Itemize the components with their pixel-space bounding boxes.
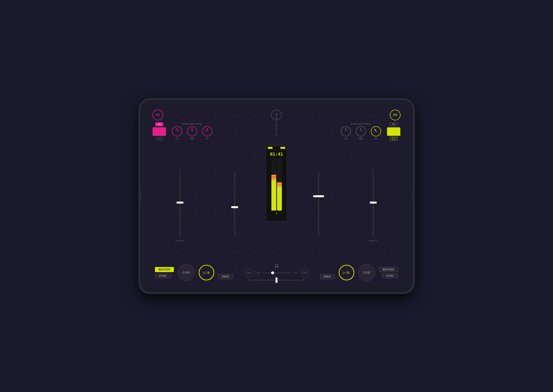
left-tempo-label: TEMPO bbox=[175, 240, 184, 242]
vu-needle-right bbox=[277, 183, 282, 183]
tablet-button-left[interactable] bbox=[139, 191, 141, 201]
right-master-button[interactable]: MASTER bbox=[379, 267, 398, 272]
right-tempo-fader-track[interactable] bbox=[373, 169, 374, 237]
tablet-device: FX ? FX Wireless DJ FX EQ PARAMETERS bbox=[138, 98, 415, 294]
left-cue-big-button[interactable]: CUE bbox=[178, 264, 195, 281]
right-lo-label: LO bbox=[344, 137, 347, 140]
right-knobs-row: LO MID HI bbox=[341, 126, 381, 140]
center-display: 01:41 bbox=[262, 143, 291, 263]
right-play-pause-button[interactable]: ▷/⏸ bbox=[339, 265, 354, 280]
right-color-block bbox=[387, 127, 401, 136]
left-hi-knob[interactable] bbox=[202, 126, 212, 136]
vu-fill-left bbox=[271, 175, 276, 211]
right-seek-button[interactable]: SEEK bbox=[320, 274, 335, 279]
left-params-section: PARAMETERS LO MID bbox=[172, 123, 212, 140]
mix-label: MIX bbox=[294, 272, 298, 274]
ab-crossfader-track[interactable] bbox=[252, 280, 301, 281]
dj-app: FX ? FX Wireless DJ FX EQ PARAMETERS bbox=[148, 106, 405, 286]
right-mid-label: MID bbox=[359, 137, 363, 140]
left-hi-knob-block: HI bbox=[202, 126, 212, 140]
right-tempo-fader-handle[interactable] bbox=[370, 202, 377, 204]
right-lo-knob[interactable] bbox=[341, 126, 351, 136]
cue-mix-slider-handle[interactable] bbox=[271, 271, 274, 274]
right-lo-knob-block: LO bbox=[341, 126, 351, 140]
left-volume-fader-handle[interactable] bbox=[231, 206, 238, 208]
screen: FX ? FX Wireless DJ FX EQ PARAMETERS bbox=[148, 106, 405, 286]
left-fx-button[interactable]: FX bbox=[155, 122, 163, 126]
left-sync-button[interactable]: SYNC bbox=[155, 274, 171, 278]
headphone-icon: 🎧 bbox=[275, 264, 279, 267]
bottom-right-controls: SEEK ▷/⏸ CUE MASTER SYNC bbox=[320, 264, 398, 281]
cue-mix-slider-track[interactable] bbox=[262, 272, 292, 273]
left-mid-label: MID bbox=[190, 137, 194, 140]
left-lo-knob-block: LO bbox=[172, 126, 182, 140]
vu-needle-left bbox=[271, 175, 276, 176]
vu-fill-right bbox=[277, 182, 282, 211]
left-mid-knob[interactable] bbox=[187, 126, 197, 136]
left-seek-button[interactable]: SEEK bbox=[218, 274, 233, 279]
right-channel-controls: PARAMETERS LO MID bbox=[341, 122, 401, 140]
right-tempo-label: TEMPO bbox=[369, 240, 378, 242]
vu-bar-left bbox=[271, 159, 276, 211]
right-params-section: PARAMETERS LO MID bbox=[341, 123, 381, 140]
left-fx-circle-button[interactable]: FX bbox=[152, 110, 163, 120]
right-hi-knob[interactable] bbox=[371, 126, 381, 136]
right-mid-knob[interactable] bbox=[356, 126, 366, 136]
right-fx-button[interactable]: FX bbox=[390, 122, 398, 126]
right-volume-fader-track[interactable] bbox=[318, 171, 319, 235]
vu-meter-container: 01:41 bbox=[266, 146, 287, 221]
position-needle bbox=[276, 213, 277, 214]
right-fx-eq-block: FX EQ bbox=[387, 122, 401, 140]
right-hi-label: HI bbox=[375, 137, 377, 140]
left-tempo-fader-track[interactable] bbox=[179, 169, 180, 237]
ab-crossfader-handle[interactable] bbox=[276, 277, 277, 283]
left-play-pause-button[interactable]: ▷/⏸ bbox=[199, 265, 214, 280]
bottom-left-controls: MASTER SYNC CUE ▷/⏸ SEEK bbox=[155, 264, 233, 281]
crossfader-b-label: B bbox=[303, 279, 304, 281]
ab-crossfader-row: A B bbox=[249, 279, 304, 281]
right-sync-button[interactable]: SYNC bbox=[382, 274, 398, 278]
left-lo-label: LO bbox=[176, 137, 178, 140]
right-cue-small-button[interactable]: CUE bbox=[300, 268, 309, 277]
right-tempo-strip: TEMPO bbox=[346, 143, 401, 263]
left-cue-small-button[interactable]: CUE bbox=[244, 268, 253, 277]
left-tempo-fader-handle[interactable] bbox=[177, 202, 183, 204]
right-volume-fader-handle[interactable] bbox=[313, 195, 324, 197]
right-cue-big-button[interactable]: CUE bbox=[358, 264, 375, 281]
cue-headphone-row: 🎧 CUE CUE MIX CUE bbox=[244, 264, 309, 277]
usb-icon bbox=[268, 147, 273, 149]
left-hi-label: HI bbox=[206, 137, 208, 140]
left-fx-eq-block: FX EQ bbox=[152, 122, 166, 140]
left-knobs-row: LO MID HI bbox=[172, 126, 212, 140]
right-mid-knob-block: MID bbox=[356, 126, 366, 140]
time-display: 01:41 bbox=[266, 150, 287, 158]
app-title: Wireless DJ bbox=[275, 117, 278, 137]
right-volume-strip bbox=[291, 143, 346, 263]
cue-label: CUE bbox=[255, 272, 260, 274]
left-lo-knob[interactable] bbox=[172, 126, 182, 136]
vu-bar-right bbox=[277, 159, 282, 211]
bottom-center-controls: 🎧 CUE CUE MIX CUE A bbox=[244, 264, 309, 281]
vu-bars bbox=[266, 158, 287, 212]
bottom-row: MASTER SYNC CUE ▷/⏸ SEEK 🎧 bbox=[152, 263, 401, 282]
right-eq-label[interactable]: EQ bbox=[390, 137, 397, 140]
left-mid-knob-block: MID bbox=[187, 126, 197, 140]
right-fx-circle-button[interactable]: FX bbox=[390, 110, 401, 120]
right-params-label: PARAMETERS bbox=[351, 123, 371, 125]
crossfader-a-label: A bbox=[249, 279, 250, 281]
left-master-button[interactable]: MASTER bbox=[155, 267, 174, 272]
left-color-block bbox=[152, 127, 166, 136]
vu-top-bar bbox=[266, 146, 287, 150]
left-volume-strip bbox=[207, 143, 262, 263]
left-eq-label[interactable]: EQ bbox=[156, 137, 163, 140]
left-tempo-strip: TEMPO bbox=[152, 143, 207, 263]
tablet-button-right[interactable] bbox=[412, 191, 414, 201]
left-volume-fader-track[interactable] bbox=[234, 171, 235, 235]
right-hi-knob-block: HI bbox=[371, 126, 381, 140]
left-channel-controls: FX EQ PARAMETERS LO bbox=[152, 122, 212, 140]
battery-icon bbox=[280, 147, 285, 149]
left-params-label: PARAMETERS bbox=[182, 123, 202, 125]
main-mixer-row: TEMPO bbox=[152, 143, 401, 263]
